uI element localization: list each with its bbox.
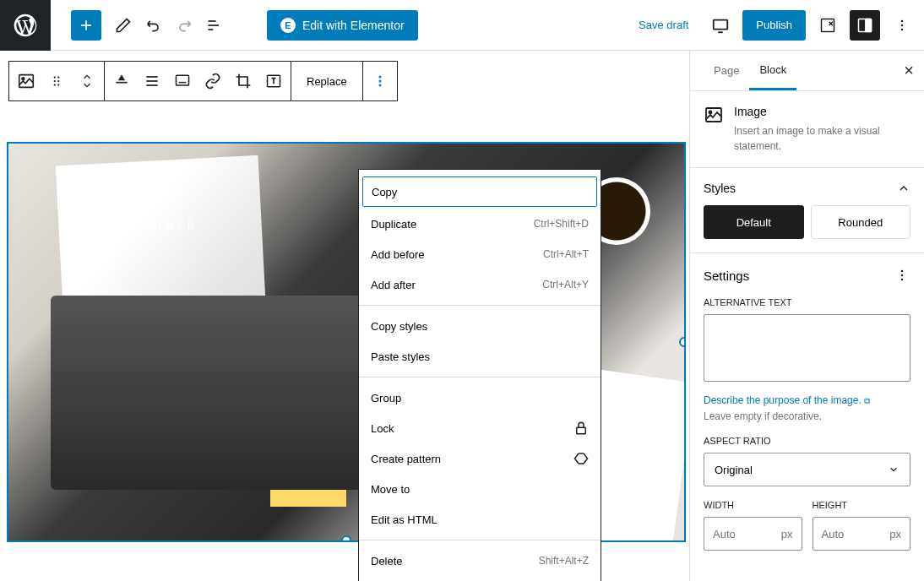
- menu-item-paste-styles[interactable]: Paste styles: [359, 341, 601, 372]
- svg-point-14: [22, 78, 24, 80]
- block-title: Image: [734, 105, 910, 118]
- menu-item-edit-html[interactable]: Edit as HTML: [359, 504, 601, 535]
- elementor-icon: E: [280, 18, 296, 33]
- block-context-menu: Copy Duplicate Ctrl+Shift+D Add before C…: [358, 169, 601, 581]
- alt-text-input[interactable]: [704, 314, 910, 382]
- align-button[interactable]: [106, 66, 137, 96]
- block-more-options-button[interactable]: [365, 66, 395, 96]
- svg-point-10: [901, 19, 904, 22]
- top-toolbar: E Edit with Elementor Save draft Publish: [0, 0, 924, 51]
- move-up-down-button[interactable]: [72, 62, 102, 100]
- chevron-up-icon: [897, 182, 910, 195]
- menu-item-copy[interactable]: Copy: [362, 176, 597, 207]
- svg-rect-31: [577, 427, 586, 434]
- tab-block[interactable]: Block: [749, 51, 796, 90]
- svg-rect-21: [116, 82, 127, 84]
- svg-point-12: [901, 28, 904, 30]
- svg-point-19: [54, 84, 56, 85]
- svg-point-15: [54, 76, 56, 78]
- svg-point-36: [901, 279, 904, 281]
- aspect-ratio-select[interactable]: Original: [704, 453, 910, 486]
- settings-sidebar-toggle[interactable]: [850, 10, 880, 41]
- document-outline-button[interactable]: [199, 10, 230, 41]
- svg-rect-25: [177, 75, 189, 85]
- svg-point-11: [901, 24, 904, 26]
- svg-point-35: [901, 274, 904, 277]
- alt-helper-text: Leave empty if decorative.: [704, 410, 910, 422]
- width-label: WIDTH: [704, 500, 802, 510]
- settings-sidebar: Page Block × Image Insert an image to ma…: [689, 51, 924, 581]
- block-type-image-button[interactable]: [11, 66, 41, 96]
- svg-point-17: [54, 80, 56, 82]
- menu-item-move-to[interactable]: Move to: [359, 474, 601, 504]
- wordpress-logo[interactable]: [0, 0, 51, 51]
- svg-point-20: [57, 84, 59, 85]
- edit-tool-button[interactable]: [108, 10, 139, 41]
- svg-point-34: [901, 270, 904, 273]
- crop-button[interactable]: [228, 66, 258, 96]
- settings-section-header: Settings: [690, 253, 924, 297]
- svg-point-30: [378, 84, 381, 87]
- save-draft-button[interactable]: Save draft: [628, 12, 698, 38]
- image-block-icon: [704, 105, 724, 125]
- aspect-ratio-label: ASPECT RATIO: [704, 436, 910, 446]
- external-link-icon: ⧉: [864, 396, 870, 405]
- text-align-button[interactable]: [137, 66, 167, 96]
- add-block-button[interactable]: [71, 10, 101, 41]
- menu-item-group[interactable]: Group: [359, 383, 601, 413]
- close-sidebar-button[interactable]: ×: [904, 61, 914, 80]
- more-menu-button[interactable]: [887, 10, 917, 41]
- diamond-icon: [573, 451, 589, 466]
- width-input[interactable]: Auto px: [704, 517, 802, 551]
- styles-section-toggle[interactable]: Styles: [704, 182, 910, 195]
- block-toolbar: Replace: [8, 61, 398, 101]
- alt-text-label: ALTERNATIVE TEXT: [704, 297, 910, 307]
- link-button[interactable]: [198, 66, 228, 96]
- undo-button[interactable]: [139, 10, 169, 41]
- svg-rect-9: [866, 19, 872, 31]
- svg-point-33: [709, 111, 712, 114]
- settings-menu-button[interactable]: [894, 267, 910, 284]
- resize-handle-bottom[interactable]: [341, 535, 351, 540]
- lock-icon: [573, 421, 589, 436]
- caption-button[interactable]: [167, 66, 198, 96]
- height-input[interactable]: Auto px: [813, 517, 911, 551]
- editor-canvas[interactable]: Replace SUMMER Copy: [0, 51, 689, 581]
- alt-help-link[interactable]: Describe the purpose of the image.⧉: [704, 394, 870, 406]
- menu-item-delete[interactable]: Delete Shift+Alt+Z: [359, 546, 601, 576]
- options-button[interactable]: [813, 10, 843, 41]
- svg-point-28: [378, 76, 381, 79]
- menu-item-add-after[interactable]: Add after Ctrl+Alt+Y: [359, 269, 601, 300]
- style-default-button[interactable]: Default: [704, 205, 804, 239]
- style-rounded-button[interactable]: Rounded: [811, 205, 911, 239]
- menu-item-lock[interactable]: Lock: [359, 413, 601, 443]
- height-label: HEIGHT: [813, 500, 911, 510]
- svg-point-16: [57, 76, 59, 78]
- elementor-label: Edit with Elementor: [302, 19, 405, 32]
- tab-page[interactable]: Page: [704, 51, 749, 90]
- chevron-down-icon: [888, 464, 900, 475]
- menu-item-add-before[interactable]: Add before Ctrl+Alt+T: [359, 239, 601, 269]
- publish-button[interactable]: Publish: [742, 10, 806, 41]
- drag-handle-button[interactable]: [41, 66, 72, 96]
- block-description: Insert an image to make a visual stateme…: [734, 123, 910, 154]
- menu-item-copy-styles[interactable]: Copy styles: [359, 311, 601, 341]
- svg-point-29: [378, 80, 381, 83]
- preview-button[interactable]: [705, 10, 736, 41]
- image-content: [270, 431, 346, 507]
- svg-point-18: [57, 80, 59, 82]
- resize-handle-right[interactable]: [679, 337, 684, 347]
- image-overlay-text: SUMMER: [131, 220, 198, 233]
- menu-item-duplicate[interactable]: Duplicate Ctrl+Shift+D: [359, 209, 601, 239]
- svg-rect-5: [714, 19, 728, 29]
- replace-button[interactable]: Replace: [293, 66, 361, 96]
- edit-with-elementor-button[interactable]: E Edit with Elementor: [267, 10, 418, 41]
- menu-item-create-pattern[interactable]: Create pattern: [359, 443, 601, 474]
- text-overlay-button[interactable]: [258, 66, 289, 96]
- redo-button[interactable]: [169, 10, 199, 41]
